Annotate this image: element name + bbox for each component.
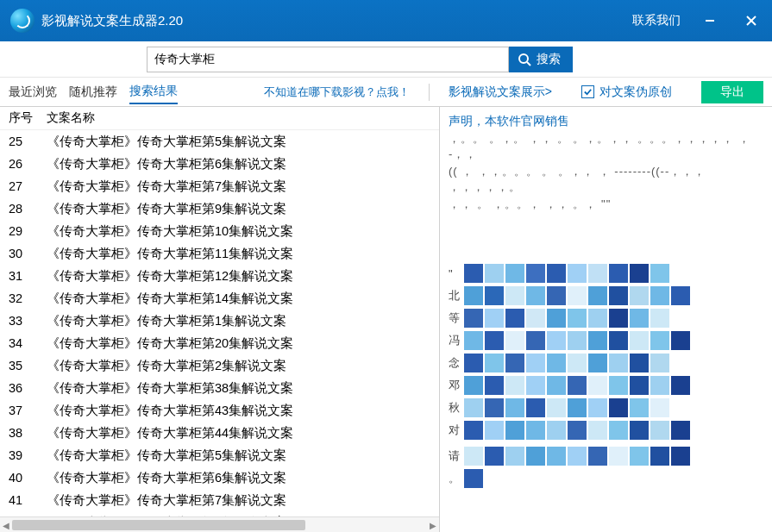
mosaic-block — [526, 447, 545, 466]
table-row[interactable]: 34《传奇大掌柜》传奇大掌柜第20集解说文案 — [0, 332, 439, 354]
content: 序号 文案名称 25《传奇大掌柜》传奇大掌柜第5集解说文案26《传奇大掌柜》传奇… — [0, 107, 772, 532]
table-row[interactable]: 31《传奇大掌柜》传奇大掌柜第12集解说文案 — [0, 265, 439, 287]
cell-name: 《传奇大掌柜》传奇大掌柜第7集解说文案 — [47, 491, 430, 509]
table-row[interactable]: 39《传奇大掌柜》传奇大掌柜第5集解说文案 — [0, 444, 439, 466]
mosaic-block — [671, 286, 690, 305]
mosaic-blocks — [464, 469, 483, 488]
pseudo-original-checkbox[interactable]: 对文案伪原创 — [581, 84, 672, 100]
mosaic-block — [526, 421, 545, 440]
cell-number: 32 — [9, 290, 47, 307]
cell-name: 《传奇大掌柜》传奇大掌柜第38集解说文案 — [47, 379, 430, 397]
cell-number: 30 — [9, 245, 47, 262]
mosaic-row: " — [449, 264, 763, 283]
mosaic-block — [588, 286, 607, 305]
table-row[interactable]: 38《传奇大掌柜》传奇大掌柜第44集解说文案 — [0, 422, 439, 444]
cell-name: 《传奇大掌柜》传奇大掌柜第5集解说文案 — [47, 133, 430, 150]
contact-us-link[interactable]: 联系我们 — [632, 13, 681, 28]
mosaic-block — [568, 376, 587, 395]
mosaic-row: 请 — [449, 447, 763, 466]
cell-number: 35 — [9, 357, 47, 374]
mosaic-block — [630, 309, 649, 328]
mosaic-block — [650, 398, 669, 417]
mosaic-block — [464, 354, 483, 372]
table-row[interactable]: 28《传奇大掌柜》传奇大掌柜第9集解说文案 — [0, 197, 439, 220]
mosaic-block — [588, 398, 607, 417]
search-input[interactable] — [147, 47, 509, 72]
cell-number: 40 — [9, 469, 47, 486]
logo-wrap: 影视解说文案生成器2.20 — [10, 9, 183, 33]
preview-punctuation-line-2: (( ， ，，。。。 。 。，， ， --------((--，，， ，，，，，… — [449, 164, 763, 195]
mosaic-block — [609, 354, 628, 372]
mosaic-block — [588, 309, 607, 328]
mosaic-block — [568, 309, 587, 328]
mosaic-block — [547, 447, 566, 466]
table-row[interactable]: 27《传奇大掌柜》传奇大掌柜第7集解说文案 — [0, 175, 439, 197]
toolbar: 最近浏览 随机推荐 搜索结果 不知道在哪下载影视？点我！ 影视解说文案展示> 对… — [0, 78, 772, 107]
cell-name: 《传奇大掌柜》传奇大掌柜第5集解说文案 — [47, 447, 430, 464]
mosaic-block — [505, 309, 524, 328]
cell-name: 《传奇大掌柜》传奇大掌柜第7集解说文案 — [47, 178, 430, 195]
mosaic-block — [630, 264, 649, 283]
tab-recent[interactable]: 最近浏览 — [9, 81, 57, 103]
cell-name: 《传奇大掌柜》传奇大掌柜第43集解说文案 — [47, 402, 430, 419]
table-row[interactable]: 37《传奇大掌柜》传奇大掌柜第43集解说文案 — [0, 399, 439, 422]
mosaic-block — [526, 376, 545, 395]
export-button[interactable]: 导出 — [701, 81, 763, 103]
mosaic-block — [568, 447, 587, 466]
mosaic-block — [505, 286, 524, 305]
mosaic-block — [485, 331, 504, 350]
cell-number: 31 — [9, 267, 47, 285]
table-row[interactable]: 26《传奇大掌柜》传奇大掌柜第6集解说文案 — [0, 153, 439, 175]
mosaic-block — [588, 376, 607, 395]
table-row[interactable]: 36《传奇大掌柜》传奇大掌柜第38集解说文案 — [0, 377, 439, 399]
table-row[interactable]: 33《传奇大掌柜》传奇大掌柜第1集解说文案 — [0, 310, 439, 332]
mosaic-row: 秋 — [449, 398, 763, 417]
preview-punctuation-line-3: ，， 。 ，。。， ，， 。， "" — [449, 197, 763, 212]
results-panel: 序号 文案名称 25《传奇大掌柜》传奇大掌柜第5集解说文案26《传奇大掌柜》传奇… — [0, 107, 440, 532]
scroll-right-icon[interactable]: ▶ — [427, 517, 439, 532]
minimize-button[interactable] — [698, 9, 722, 33]
results-list[interactable]: 25《传奇大掌柜》传奇大掌柜第5集解说文案26《传奇大掌柜》传奇大掌柜第6集解说… — [0, 130, 439, 516]
table-row[interactable]: 32《传奇大掌柜》传奇大掌柜第14集解说文案 — [0, 287, 439, 310]
download-hint-link[interactable]: 不知道在哪下载影视？点我！ — [264, 84, 410, 100]
mosaic-block — [464, 376, 483, 395]
mosaic-block — [505, 421, 524, 440]
mosaic-block — [650, 376, 669, 395]
mosaic-block — [485, 398, 504, 417]
table-row[interactable]: 40《传奇大掌柜》传奇大掌柜第6集解说文案 — [0, 466, 439, 489]
table-row[interactable]: 29《传奇大掌柜》传奇大掌柜第10集解说文案 — [0, 220, 439, 242]
mosaic-block — [630, 331, 649, 350]
table-row[interactable]: 41《传奇大掌柜》传奇大掌柜第7集解说文案 — [0, 489, 439, 511]
mosaic-block — [650, 286, 669, 305]
cell-name: 《传奇大掌柜》传奇大掌柜第1集解说文案 — [47, 312, 430, 329]
horizontal-scrollbar[interactable]: ◀ ▶ — [0, 516, 439, 532]
cell-number: 27 — [9, 178, 47, 195]
search-icon — [518, 53, 531, 66]
table-row[interactable]: 25《传奇大掌柜》传奇大掌柜第5集解说文案 — [0, 130, 439, 153]
mosaic-label: 秋 — [449, 400, 464, 416]
app-title: 影视解说文案生成器2.20 — [41, 13, 183, 29]
mosaic-block — [547, 421, 566, 440]
scroll-left-icon[interactable]: ◀ — [0, 517, 12, 532]
search-button[interactable]: 搜索 — [509, 47, 573, 72]
mosaic-block — [609, 264, 628, 283]
mosaic-block — [650, 447, 669, 466]
disclaimer-text: 声明，本软件官网销售 — [449, 112, 763, 129]
titlebar: 影视解说文案生成器2.20 联系我们 — [0, 0, 772, 41]
mosaic-block — [588, 331, 607, 350]
mosaic-block — [671, 447, 690, 466]
mosaic-label: 请 — [449, 448, 464, 464]
tab-search-results[interactable]: 搜索结果 — [129, 80, 178, 104]
mosaic-block — [588, 264, 607, 283]
table-row[interactable]: 35《传奇大掌柜》传奇大掌柜第2集解说文案 — [0, 354, 439, 377]
tab-random[interactable]: 随机推荐 — [69, 81, 117, 103]
close-button[interactable] — [739, 9, 763, 33]
app-logo-icon — [10, 9, 35, 33]
mosaic-block — [650, 421, 669, 440]
mosaic-label: 北 — [449, 288, 464, 304]
mosaic-block — [485, 354, 504, 372]
cell-number: 33 — [9, 312, 47, 329]
scrollbar-thumb[interactable] — [12, 520, 305, 530]
table-row[interactable]: 30《传奇大掌柜》传奇大掌柜第11集解说文案 — [0, 242, 439, 265]
mosaic-block — [485, 447, 504, 466]
